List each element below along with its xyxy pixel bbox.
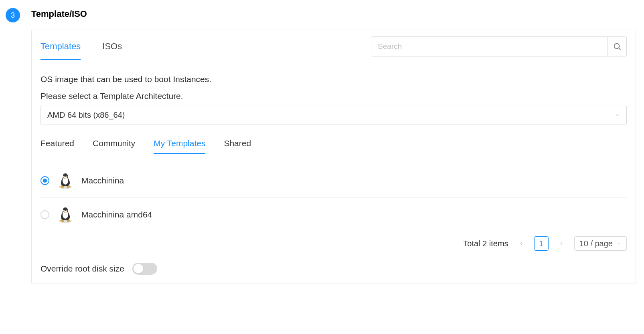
override-row: Override root disk size [41, 263, 627, 275]
chevron-left-icon [518, 241, 524, 246]
tab-isos[interactable]: ISOs [102, 33, 122, 60]
filter-tab-my-templates-label: My Templates [154, 139, 205, 148]
filter-tab-community-label: Community [93, 139, 135, 148]
template-radio[interactable] [41, 210, 49, 219]
pagination-next[interactable] [555, 237, 568, 250]
architecture-label: Please select a Template Architecture. [41, 91, 627, 101]
architecture-select[interactable]: AMD 64 bits (x86_64) [41, 105, 627, 125]
chevron-down-icon [617, 241, 622, 246]
svg-line-1 [619, 48, 620, 50]
step-rail: 3 [6, 8, 20, 26]
top-tabs: Templates ISOs [41, 33, 122, 60]
svg-point-12 [64, 211, 65, 211]
pagination-page-label: 1 [539, 239, 543, 248]
tab-templates-label: Templates [41, 41, 81, 51]
filter-tab-community[interactable]: Community [93, 134, 135, 154]
template-row[interactable]: Macchinina [41, 164, 627, 198]
override-label: Override root disk size [41, 264, 124, 274]
filter-tab-shared-label: Shared [224, 139, 251, 148]
pagination-size-label: 10 / page [579, 239, 613, 248]
linux-icon [58, 172, 73, 189]
chevron-down-icon [614, 112, 620, 118]
tab-isos-label: ISOs [102, 41, 122, 51]
filter-tab-featured-label: Featured [41, 139, 74, 148]
pagination-page-1[interactable]: 1 [534, 236, 549, 251]
filter-tab-my-templates[interactable]: My Templates [154, 134, 205, 154]
filter-tab-featured[interactable]: Featured [41, 134, 74, 154]
svg-point-7 [66, 177, 67, 177]
linux-icon [58, 206, 73, 223]
architecture-selected: AMD 64 bits (x86_64) [47, 111, 125, 120]
filter-tab-shared[interactable]: Shared [224, 134, 251, 154]
svg-point-13 [66, 211, 67, 211]
template-name: Macchinina amd64 [81, 210, 152, 219]
filter-tabs: Featured Community My Templates Shared [41, 134, 627, 154]
svg-point-3 [63, 177, 68, 185]
template-row[interactable]: Macchinina amd64 [41, 198, 627, 231]
pagination: Total 2 items 1 1 [41, 236, 627, 251]
search-icon [613, 42, 622, 51]
template-name: Macchinina [81, 176, 124, 185]
search-button[interactable] [608, 36, 627, 56]
template-panel: Templates ISOs [31, 30, 636, 284]
step-title: Template/ISO [31, 9, 636, 19]
template-list: Macchinina [41, 164, 627, 231]
description: OS image that can be used to boot Instan… [41, 74, 627, 84]
svg-point-9 [63, 211, 68, 219]
pagination-size-select[interactable]: 10 / page [574, 236, 627, 251]
step-number-badge: 3 [6, 8, 20, 22]
search-input[interactable] [371, 36, 608, 56]
pagination-total: Total 2 items [463, 239, 508, 248]
step-number: 3 [11, 11, 15, 20]
override-switch[interactable] [132, 263, 157, 275]
chevron-right-icon [559, 241, 564, 246]
template-radio[interactable] [41, 176, 49, 185]
pagination-prev[interactable] [515, 237, 528, 250]
svg-point-6 [64, 177, 65, 177]
search-group [371, 36, 627, 56]
switch-knob [134, 264, 143, 274]
svg-point-0 [614, 44, 620, 49]
tab-templates[interactable]: Templates [41, 33, 81, 60]
